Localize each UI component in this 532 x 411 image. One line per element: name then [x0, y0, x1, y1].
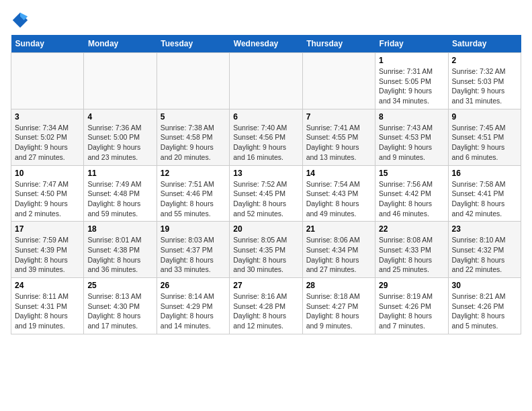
calendar-week-3: 10Sunrise: 7:47 AMSunset: 4:50 PMDayligh…	[11, 165, 521, 222]
day-number: 8	[379, 112, 444, 122]
day-info: Sunrise: 7:47 AMSunset: 4:50 PMDaylight:…	[15, 179, 80, 219]
calendar-cell: 17Sunrise: 7:59 AMSunset: 4:39 PMDayligh…	[11, 222, 84, 278]
calendar-cell: 14Sunrise: 7:54 AMSunset: 4:43 PMDayligh…	[302, 165, 375, 222]
calendar-cell: 10Sunrise: 7:47 AMSunset: 4:50 PMDayligh…	[11, 165, 84, 222]
day-info: Sunrise: 7:49 AMSunset: 4:48 PMDaylight:…	[87, 179, 152, 219]
calendar-cell	[302, 53, 375, 109]
day-info: Sunrise: 7:32 AMSunset: 5:03 PMDaylight:…	[452, 66, 517, 106]
day-info: Sunrise: 8:16 AMSunset: 4:28 PMDaylight:…	[233, 291, 298, 331]
calendar-week-1: 1Sunrise: 7:31 AMSunset: 5:05 PMDaylight…	[11, 53, 521, 109]
day-number: 24	[15, 281, 80, 290]
weekday-header-row: SundayMondayTuesdayWednesdayThursdayFrid…	[11, 35, 521, 53]
calendar-week-5: 24Sunrise: 8:11 AMSunset: 4:31 PMDayligh…	[11, 278, 521, 334]
calendar-body: 1Sunrise: 7:31 AMSunset: 5:05 PMDaylight…	[11, 53, 521, 334]
day-info: Sunrise: 8:19 AMSunset: 4:26 PMDaylight:…	[379, 291, 444, 331]
day-info: Sunrise: 8:14 AMSunset: 4:29 PMDaylight:…	[161, 291, 226, 331]
day-number: 29	[379, 281, 444, 290]
calendar-cell: 11Sunrise: 7:49 AMSunset: 4:48 PMDayligh…	[84, 165, 157, 222]
calendar-cell: 13Sunrise: 7:52 AMSunset: 4:45 PMDayligh…	[230, 165, 302, 222]
day-number: 18	[87, 224, 152, 234]
day-info: Sunrise: 7:51 AMSunset: 4:46 PMDaylight:…	[161, 179, 226, 219]
calendar-cell: 29Sunrise: 8:19 AMSunset: 4:26 PMDayligh…	[375, 278, 448, 334]
day-info: Sunrise: 7:41 AMSunset: 4:55 PMDaylight:…	[306, 123, 371, 163]
calendar-cell: 8Sunrise: 7:43 AMSunset: 4:53 PMDaylight…	[375, 109, 448, 165]
calendar-cell: 19Sunrise: 8:03 AMSunset: 4:37 PMDayligh…	[157, 222, 229, 278]
logo-icon	[11, 11, 30, 30]
day-number: 3	[15, 112, 80, 122]
day-number: 2	[452, 56, 517, 65]
day-number: 16	[452, 169, 517, 178]
day-number: 15	[379, 169, 444, 178]
day-number: 6	[233, 112, 298, 122]
calendar-cell: 2Sunrise: 7:32 AMSunset: 5:03 PMDaylight…	[448, 53, 521, 109]
day-info: Sunrise: 8:05 AMSunset: 4:35 PMDaylight:…	[233, 235, 298, 275]
day-info: Sunrise: 7:45 AMSunset: 4:51 PMDaylight:…	[452, 123, 517, 163]
day-number: 4	[87, 112, 152, 122]
day-number: 9	[452, 112, 517, 122]
weekday-tuesday: Tuesday	[157, 35, 229, 53]
day-info: Sunrise: 8:11 AMSunset: 4:31 PMDaylight:…	[15, 291, 80, 331]
day-number: 12	[161, 169, 226, 178]
calendar-cell: 26Sunrise: 8:14 AMSunset: 4:29 PMDayligh…	[157, 278, 229, 334]
day-number: 5	[161, 112, 226, 122]
day-info: Sunrise: 7:56 AMSunset: 4:42 PMDaylight:…	[379, 179, 444, 219]
day-info: Sunrise: 7:52 AMSunset: 4:45 PMDaylight:…	[233, 179, 298, 219]
calendar-cell: 9Sunrise: 7:45 AMSunset: 4:51 PMDaylight…	[448, 109, 521, 165]
calendar-cell	[157, 53, 229, 109]
calendar-cell: 1Sunrise: 7:31 AMSunset: 5:05 PMDaylight…	[375, 53, 448, 109]
calendar-cell: 16Sunrise: 7:58 AMSunset: 4:41 PMDayligh…	[448, 165, 521, 222]
day-info: Sunrise: 7:34 AMSunset: 5:02 PMDaylight:…	[15, 123, 80, 163]
day-number: 21	[306, 224, 371, 234]
day-info: Sunrise: 8:08 AMSunset: 4:33 PMDaylight:…	[379, 235, 444, 275]
day-number: 28	[306, 281, 371, 290]
calendar-cell: 12Sunrise: 7:51 AMSunset: 4:46 PMDayligh…	[157, 165, 229, 222]
day-info: Sunrise: 7:43 AMSunset: 4:53 PMDaylight:…	[379, 123, 444, 163]
day-info: Sunrise: 7:36 AMSunset: 5:00 PMDaylight:…	[87, 123, 152, 163]
day-info: Sunrise: 7:40 AMSunset: 4:56 PMDaylight:…	[233, 123, 298, 163]
weekday-wednesday: Wednesday	[230, 35, 302, 53]
day-number: 30	[452, 281, 517, 290]
weekday-saturday: Saturday	[448, 35, 521, 53]
day-info: Sunrise: 7:31 AMSunset: 5:05 PMDaylight:…	[379, 66, 444, 106]
logo	[11, 11, 32, 30]
day-info: Sunrise: 8:21 AMSunset: 4:26 PMDaylight:…	[452, 291, 517, 331]
weekday-sunday: Sunday	[11, 35, 84, 53]
calendar-cell: 30Sunrise: 8:21 AMSunset: 4:26 PMDayligh…	[448, 278, 521, 334]
calendar-cell: 6Sunrise: 7:40 AMSunset: 4:56 PMDaylight…	[230, 109, 302, 165]
day-info: Sunrise: 7:38 AMSunset: 4:58 PMDaylight:…	[161, 123, 226, 163]
calendar-cell: 20Sunrise: 8:05 AMSunset: 4:35 PMDayligh…	[230, 222, 302, 278]
calendar-cell: 5Sunrise: 7:38 AMSunset: 4:58 PMDaylight…	[157, 109, 229, 165]
day-number: 17	[15, 224, 80, 234]
calendar-cell: 28Sunrise: 8:18 AMSunset: 4:27 PMDayligh…	[302, 278, 375, 334]
weekday-monday: Monday	[84, 35, 157, 53]
day-number: 19	[161, 224, 226, 234]
day-info: Sunrise: 7:58 AMSunset: 4:41 PMDaylight:…	[452, 179, 517, 219]
calendar-cell: 4Sunrise: 7:36 AMSunset: 5:00 PMDaylight…	[84, 109, 157, 165]
day-info: Sunrise: 8:18 AMSunset: 4:27 PMDaylight:…	[306, 291, 371, 331]
day-number: 1	[379, 56, 444, 65]
calendar-cell: 18Sunrise: 8:01 AMSunset: 4:38 PMDayligh…	[84, 222, 157, 278]
day-number: 26	[161, 281, 226, 290]
calendar-cell	[230, 53, 302, 109]
calendar-week-4: 17Sunrise: 7:59 AMSunset: 4:39 PMDayligh…	[11, 222, 521, 278]
day-number: 11	[87, 169, 152, 178]
calendar-cell: 7Sunrise: 7:41 AMSunset: 4:55 PMDaylight…	[302, 109, 375, 165]
day-info: Sunrise: 7:59 AMSunset: 4:39 PMDaylight:…	[15, 235, 80, 275]
weekday-friday: Friday	[375, 35, 448, 53]
calendar-cell: 15Sunrise: 7:56 AMSunset: 4:42 PMDayligh…	[375, 165, 448, 222]
calendar-cell: 25Sunrise: 8:13 AMSunset: 4:30 PMDayligh…	[84, 278, 157, 334]
day-number: 13	[233, 169, 298, 178]
day-number: 27	[233, 281, 298, 290]
calendar-cell: 22Sunrise: 8:08 AMSunset: 4:33 PMDayligh…	[375, 222, 448, 278]
day-number: 14	[306, 169, 371, 178]
day-number: 23	[452, 224, 517, 234]
day-number: 20	[233, 224, 298, 234]
calendar-cell	[84, 53, 157, 109]
day-info: Sunrise: 8:06 AMSunset: 4:34 PMDaylight:…	[306, 235, 371, 275]
day-info: Sunrise: 8:03 AMSunset: 4:37 PMDaylight:…	[161, 235, 226, 275]
day-number: 7	[306, 112, 371, 122]
day-number: 22	[379, 224, 444, 234]
calendar-table: SundayMondayTuesdayWednesdayThursdayFrid…	[11, 35, 521, 334]
weekday-thursday: Thursday	[302, 35, 375, 53]
calendar-cell: 23Sunrise: 8:10 AMSunset: 4:32 PMDayligh…	[448, 222, 521, 278]
